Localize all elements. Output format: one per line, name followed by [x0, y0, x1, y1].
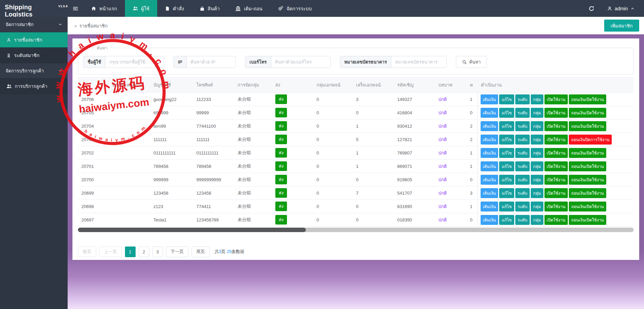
level-button[interactable]: ระดับ — [515, 148, 530, 158]
group-button[interactable]: กลุ่ม — [531, 121, 543, 131]
nav-system[interactable]: จัดการระบบ — [270, 0, 320, 17]
bank-card-filter-input[interactable] — [391, 56, 446, 68]
group-button[interactable]: กลุ่ม — [531, 135, 543, 145]
recharge-button[interactable]: เติมเงิน — [481, 121, 498, 131]
group-button[interactable]: กลุ่ม — [531, 94, 543, 104]
group-button[interactable]: กลุ่ม — [531, 188, 543, 198]
level-button[interactable]: ระดับ — [515, 94, 530, 104]
nav-deposit-withdraw[interactable]: เติม-ถอน — [228, 0, 270, 17]
sidebar-item-customer-service[interactable]: การบริการลูกค้า — [0, 79, 68, 94]
withdraw-toggle-button[interactable]: ถอนเงินเปิดใช้งาน — [569, 108, 606, 118]
add-member-button[interactable]: เพิ่มสมาชิก — [604, 20, 639, 32]
page-3-button[interactable]: 3 — [152, 247, 163, 257]
nav-users[interactable]: ผู้ใช้ — [125, 0, 158, 17]
sidebar-section-member-management[interactable]: จัดการสมาชิก — [0, 17, 68, 32]
nav-products[interactable]: สินค้า — [192, 0, 228, 17]
level-button[interactable]: ระดับ — [515, 215, 530, 225]
withdraw-toggle-button[interactable]: ถอนเงินเปิดใช้งาน — [569, 188, 606, 198]
enable-button[interactable]: เปิดใช้งาน — [544, 108, 568, 118]
enable-button[interactable]: เปิดใช้งาน — [544, 188, 568, 198]
send-button[interactable]: ส่ง — [275, 215, 287, 225]
level-button[interactable]: ระดับ — [515, 108, 530, 118]
search-button[interactable]: ค้นหา — [456, 56, 487, 68]
recharge-button[interactable]: เติมเงิน — [481, 108, 498, 118]
enable-button[interactable]: เปิดใช้งาน — [544, 175, 568, 185]
group-button[interactable]: กลุ่ม — [531, 202, 543, 211]
recharge-button[interactable]: เติมเงิน — [481, 94, 498, 104]
level-button[interactable]: ระดับ — [515, 121, 530, 131]
recharge-button[interactable]: เติมเงิน — [481, 202, 498, 211]
last-page-button[interactable]: 尾页 — [192, 247, 210, 257]
page-1-button[interactable]: 1 — [125, 247, 136, 257]
sidebar-section-customer-service-management[interactable]: จัดการบริการลูกค้า — [0, 63, 68, 79]
phone-filter-input[interactable] — [271, 56, 330, 68]
recharge-button[interactable]: เติมเงิน — [481, 148, 498, 158]
enable-button[interactable]: เปิดใช้งาน — [544, 148, 568, 158]
send-button[interactable]: ส่ง — [275, 202, 287, 211]
sidebar-toggle-button[interactable] — [68, 0, 83, 17]
next-page-button[interactable]: 下一页 — [166, 247, 189, 257]
edit-button[interactable]: แก้ไข — [499, 202, 514, 211]
send-button[interactable]: ส่ง — [275, 94, 287, 104]
username-filter-input[interactable] — [105, 56, 164, 68]
sidebar-item-member-level[interactable]: ระดับสมาชิก — [0, 48, 68, 63]
edit-button[interactable]: แก้ไข — [499, 188, 514, 198]
group-button[interactable]: กลุ่ม — [531, 215, 543, 225]
table-row: 20699123456123456未分组ส่ง07541707ปกติ3เติม… — [78, 186, 634, 200]
edit-button[interactable]: แก้ไข — [499, 121, 514, 131]
page-2-button[interactable]: 2 — [139, 247, 149, 257]
nav-orders[interactable]: คำสั่ง — [157, 0, 192, 17]
recharge-button[interactable]: เติมเงิน — [481, 215, 498, 225]
withdraw-toggle-button[interactable]: ถอนเงินปิดการใช้งาน — [569, 135, 612, 145]
sidebar-item-member-list[interactable]: รายชื่อสมาชิก — [0, 32, 68, 48]
enable-button[interactable]: เปิดใช้งาน — [544, 215, 568, 225]
nav-home[interactable]: หน้าแรก — [83, 0, 125, 17]
group-button[interactable]: กลุ่ม — [531, 108, 543, 118]
level-button[interactable]: ระดับ — [515, 202, 530, 211]
withdraw-toggle-button[interactable]: ถอนเงินเปิดใช้งาน — [569, 121, 606, 131]
send-button[interactable]: ส่ง — [275, 108, 287, 117]
level-button[interactable]: ระดับ — [515, 135, 530, 145]
level-button[interactable]: ระดับ — [515, 161, 530, 171]
group-button[interactable]: กลุ่ม — [531, 175, 543, 185]
header-cell-group-singular: กลุ่มเอกพจน์ — [313, 78, 353, 93]
recharge-button[interactable]: เติมเงิน — [481, 175, 498, 185]
send-button[interactable]: ส่ง — [275, 135, 287, 144]
group-button[interactable]: กลุ่ม — [531, 161, 543, 171]
send-button[interactable]: ส่ง — [275, 148, 287, 158]
enable-button[interactable]: เปิดใช้งาน — [544, 161, 568, 171]
level-button[interactable]: ระดับ — [515, 175, 530, 185]
withdraw-toggle-button[interactable]: ถอนเงินเปิดใช้งาน — [569, 175, 606, 185]
enable-button[interactable]: เปิดใช้งาน — [544, 135, 568, 145]
edit-button[interactable]: แก้ไข — [499, 94, 514, 104]
send-button[interactable]: ส่ง — [275, 161, 287, 171]
withdraw-toggle-button[interactable]: ถอนเงินเปิดใช้งาน — [569, 94, 606, 104]
refresh-button[interactable] — [580, 0, 603, 17]
enable-button[interactable]: เปิดใช้งาน — [544, 202, 568, 211]
recharge-button[interactable]: เติมเงิน — [481, 135, 498, 145]
edit-button[interactable]: แก้ไข — [499, 161, 514, 171]
recharge-button[interactable]: เติมเงิน — [481, 161, 498, 171]
edit-button[interactable]: แก้ไข — [499, 175, 514, 185]
withdraw-toggle-button[interactable]: ถอนเงินเปิดใช้งาน — [569, 202, 606, 211]
withdraw-toggle-button[interactable]: ถอนเงินเปิดใช้งาน — [569, 161, 606, 171]
scrollbar-thumb[interactable] — [78, 228, 306, 232]
navbar-right: admin — [580, 0, 644, 17]
enable-button[interactable]: เปิดใช้งาน — [544, 121, 568, 131]
level-button[interactable]: ระดับ — [515, 188, 530, 198]
send-button[interactable]: ส่ง — [275, 188, 287, 198]
ip-filter-input[interactable] — [187, 56, 235, 68]
withdraw-toggle-button[interactable]: ถอนเงินเปิดใช้งาน — [569, 148, 606, 158]
edit-button[interactable]: แก้ไข — [499, 215, 514, 225]
send-button[interactable]: ส่ง — [275, 121, 287, 131]
horizontal-scrollbar[interactable] — [78, 228, 634, 232]
enable-button[interactable]: เปิดใช้งาน — [544, 94, 568, 104]
user-menu[interactable]: admin — [603, 0, 644, 17]
edit-button[interactable]: แก้ไข — [499, 108, 514, 118]
edit-button[interactable]: แก้ไข — [499, 135, 514, 145]
edit-button[interactable]: แก้ไข — [499, 148, 514, 158]
recharge-button[interactable]: เติมเงิน — [481, 188, 498, 198]
withdraw-toggle-button[interactable]: ถอนเงินเปิดใช้งาน — [569, 215, 606, 225]
group-button[interactable]: กลุ่ม — [531, 148, 543, 158]
send-button[interactable]: ส่ง — [275, 175, 287, 184]
